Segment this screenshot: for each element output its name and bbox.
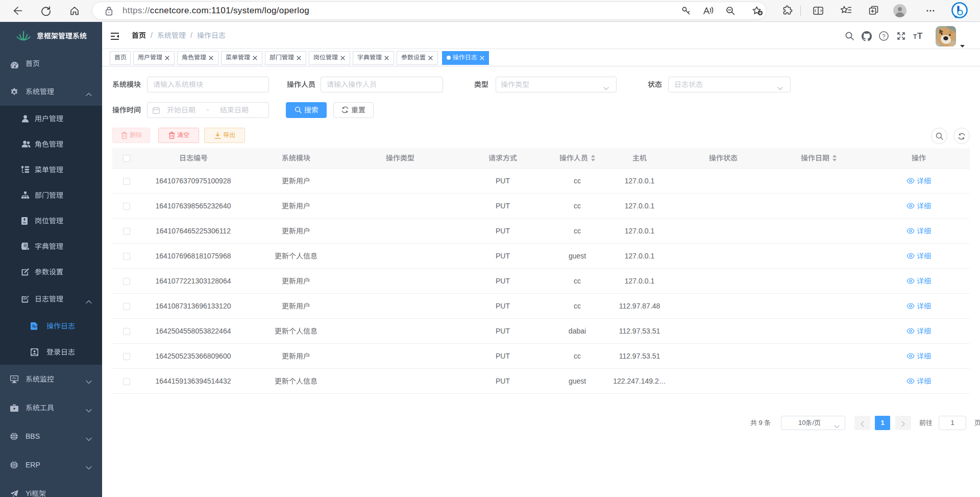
svg-text:T: T <box>913 33 917 40</box>
svg-text:T: T <box>917 31 923 40</box>
svg-text:?: ? <box>882 33 885 39</box>
